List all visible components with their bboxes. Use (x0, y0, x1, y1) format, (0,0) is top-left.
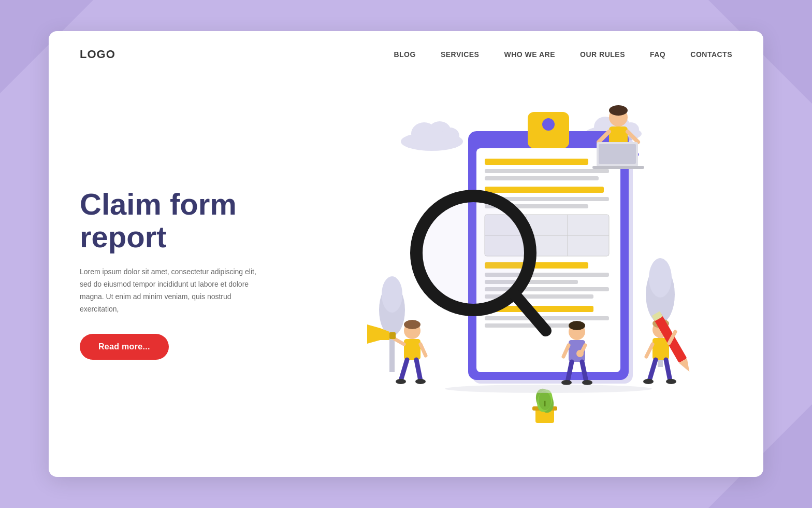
hero-illustration (297, 92, 732, 445)
svg-rect-22 (485, 176, 599, 180)
nav-services[interactable]: SERVICES (441, 50, 480, 59)
svg-point-90 (445, 385, 652, 393)
illustration-svg (297, 92, 732, 445)
svg-rect-49 (592, 166, 644, 169)
nav-contacts[interactable]: CONTACTS (690, 50, 732, 59)
svg-line-59 (416, 360, 421, 380)
svg-point-71 (582, 380, 592, 385)
svg-point-13 (649, 258, 672, 298)
svg-rect-56 (389, 332, 396, 339)
svg-point-51 (404, 320, 421, 329)
svg-line-80 (649, 360, 656, 380)
hero-left: Claim form report Lorem ipsum dolor sit … (80, 177, 297, 360)
svg-point-18 (542, 118, 555, 131)
svg-point-61 (415, 379, 426, 384)
read-more-button[interactable]: Read more... (80, 334, 169, 360)
svg-point-70 (561, 380, 572, 385)
svg-point-63 (569, 321, 585, 330)
svg-rect-52 (404, 339, 421, 360)
svg-line-58 (401, 360, 407, 380)
logo: LOGO (80, 48, 115, 61)
svg-rect-48 (599, 144, 636, 164)
navbar: LOGO BLOG SERVICES WHO WE ARE OUR RULES … (49, 31, 763, 61)
svg-point-82 (643, 379, 654, 384)
svg-point-60 (396, 379, 406, 384)
main-card: LOGO BLOG SERVICES WHO WE ARE OUR RULES … (49, 31, 763, 477)
svg-rect-20 (485, 159, 588, 165)
svg-point-10 (382, 276, 402, 313)
svg-point-83 (666, 379, 676, 384)
svg-line-79 (646, 344, 653, 357)
hero-title: Claim form report (80, 188, 297, 254)
svg-rect-36 (485, 316, 609, 320)
nav-our-rules[interactable]: OUR RULES (580, 50, 625, 59)
hero-description: Lorem ipsum dolor sit amet, consectetur … (80, 266, 266, 315)
svg-marker-55 (367, 324, 380, 344)
nav-blog[interactable]: BLOG (394, 50, 415, 59)
svg-point-41 (609, 105, 628, 116)
nav-links: BLOG SERVICES WHO WE ARE OUR RULES FAQ C… (394, 50, 732, 59)
person-pencil (643, 311, 693, 384)
nav-who-we-are[interactable]: WHO WE ARE (504, 50, 555, 59)
svg-point-3 (441, 128, 459, 144)
cloud-1 (401, 121, 463, 151)
tree-left (379, 276, 405, 372)
svg-rect-23 (485, 187, 604, 193)
svg-line-57 (421, 344, 426, 356)
nav-faq[interactable]: FAQ (650, 50, 665, 59)
hero-section: Claim form report Lorem ipsum dolor sit … (49, 61, 763, 460)
svg-rect-21 (485, 169, 609, 173)
svg-line-81 (666, 360, 670, 380)
svg-point-66 (576, 350, 584, 357)
